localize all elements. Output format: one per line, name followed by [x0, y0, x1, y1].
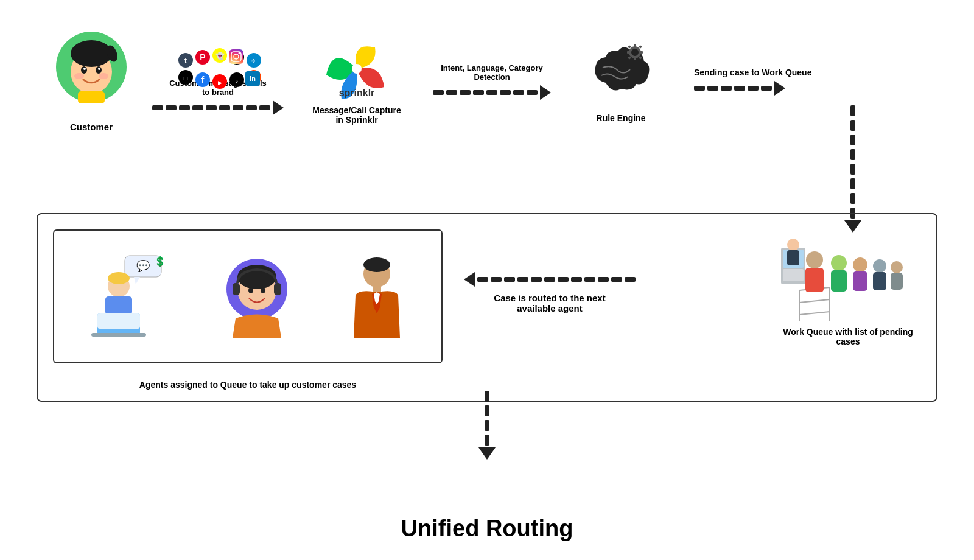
send-to-wq-block: Sending case to Work Queue [694, 68, 811, 96]
down-arrow-unified [478, 389, 496, 460]
agent-laptop-icon: 💬 💲 [88, 253, 167, 338]
case-routed-block: Case is routed to the next available age… [464, 272, 636, 313]
svg-text:in: in [250, 75, 256, 82]
svg-point-6 [83, 68, 86, 70]
unified-routing-label: Unified Routing [401, 516, 573, 542]
rule-engine-label: Rule Engine [597, 113, 646, 123]
svg-rect-58 [105, 296, 132, 315]
case-routed-label: Case is routed to the next available age… [477, 293, 623, 313]
svg-point-66 [261, 287, 265, 293]
agents-label: Agents assigned to Queue to take up cust… [53, 380, 443, 390]
svg-point-81 [853, 257, 867, 272]
svg-rect-44 [634, 44, 636, 47]
send-wq-label: Sending case to Work Queue [694, 68, 811, 77]
svg-point-2 [71, 40, 112, 67]
svg-point-43 [631, 49, 639, 56]
arrow1-dashed [152, 100, 284, 115]
svg-text:P: P [200, 52, 205, 62]
svg-point-83 [873, 259, 886, 273]
svg-point-40 [352, 64, 362, 74]
svg-point-4 [81, 66, 87, 74]
svg-rect-86 [891, 273, 903, 290]
rule-engine-icon [584, 40, 657, 101]
agent-person-icon [346, 253, 407, 338]
svg-text:sprinklr: sprinklr [339, 88, 375, 98]
bottom-box: 💬 💲 [37, 213, 937, 402]
svg-point-90 [787, 239, 799, 251]
svg-rect-89 [783, 269, 804, 281]
customer-label: Customer [70, 122, 113, 132]
svg-text:💬: 💬 [136, 259, 150, 273]
svg-rect-10 [78, 91, 105, 103]
unified-routing-block: Unified Routing [0, 516, 974, 542]
svg-point-9 [99, 73, 108, 79]
svg-rect-78 [805, 268, 824, 292]
svg-point-70 [363, 257, 390, 272]
svg-rect-61 [91, 333, 146, 337]
svg-point-77 [806, 251, 823, 268]
intent-arrow-block: Intent, Language, Category Detection [433, 63, 551, 100]
svg-point-85 [891, 261, 903, 273]
svg-point-79 [831, 255, 847, 271]
agents-inner-box: 💬 💲 [53, 229, 443, 363]
rule-engine-block: Rule Engine [572, 40, 670, 123]
sprinklr-block: sprinklr Message/Call Capture in Sprinkl… [302, 38, 412, 125]
svg-rect-60 [97, 313, 140, 329]
svg-point-34 [239, 52, 240, 54]
svg-rect-47 [640, 51, 643, 54]
svg-rect-80 [831, 270, 847, 292]
svg-point-7 [98, 68, 100, 70]
customer-block: Customer [37, 30, 146, 132]
svg-text:▶: ▶ [218, 80, 222, 86]
svg-text:t: t [184, 57, 187, 65]
sprinklr-label: Message/Call Capture in Sprinklr [308, 105, 405, 125]
svg-rect-67 [233, 283, 240, 295]
svg-point-5 [96, 66, 102, 74]
svg-rect-84 [873, 272, 886, 290]
social-icons: t P 👻 𝕏 ✈ TT [178, 48, 270, 97]
svg-line-76 [799, 312, 830, 315]
svg-text:💲: 💲 [154, 256, 166, 267]
svg-rect-82 [853, 271, 867, 291]
sprinklr-logo: sprinklr [320, 38, 393, 99]
intent-label: Intent, Language, Category Detection [437, 63, 547, 82]
diagram-container: Customer t P 👻 𝕏 [0, 0, 974, 560]
svg-point-8 [74, 73, 84, 79]
svg-marker-54 [134, 277, 140, 284]
work-queue-block: Work Queue with list of pending cases [778, 229, 918, 346]
svg-point-65 [248, 287, 253, 293]
svg-rect-46 [627, 51, 630, 54]
svg-text:TT: TT [183, 75, 189, 82]
work-queue-label: Work Queue with list of pending cases [778, 327, 918, 346]
agent-2 [217, 253, 296, 340]
agent-headset-icon [217, 253, 296, 338]
svg-text:f: f [201, 75, 205, 85]
agent-3 [346, 253, 407, 340]
svg-rect-45 [634, 57, 636, 60]
svg-point-57 [108, 272, 130, 284]
svg-rect-68 [274, 283, 281, 295]
work-queue-illustration [781, 229, 915, 327]
svg-text:✈: ✈ [251, 58, 256, 65]
agent-1: 💬 💲 [88, 253, 167, 340]
svg-rect-91 [787, 250, 799, 265]
svg-line-75 [799, 299, 830, 303]
customer-avatar [55, 30, 128, 103]
svg-text:♪: ♪ [236, 78, 239, 84]
svg-text:👻: 👻 [215, 51, 225, 60]
